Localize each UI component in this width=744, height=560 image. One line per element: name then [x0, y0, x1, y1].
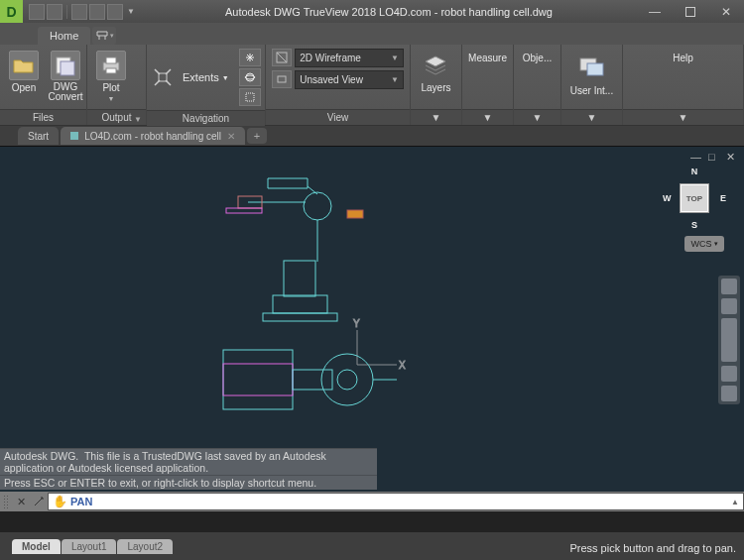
- object-label[interactable]: Obje...: [523, 53, 552, 63]
- svg-rect-12: [278, 76, 286, 82]
- tab-document[interactable]: LO4D.com - robot handling cell ✕: [61, 127, 245, 145]
- folder-open-icon: [9, 51, 39, 80]
- open-button[interactable]: Open: [6, 49, 42, 95]
- navbar-orbit-icon[interactable]: [721, 366, 737, 382]
- qat-plot-icon[interactable]: [71, 4, 87, 20]
- svg-rect-2: [61, 61, 74, 75]
- svg-rect-26: [223, 350, 293, 409]
- panel-output: Plot ▼ Output▼: [87, 45, 147, 125]
- tab-model[interactable]: Model: [12, 539, 61, 554]
- layout-tabs: Model Layout1 Layout2: [12, 539, 174, 554]
- user-interface-icon: [579, 57, 605, 79]
- panel-navigation: Extents▼ Navigation: [147, 45, 266, 125]
- tab-layout1[interactable]: Layout1: [62, 539, 117, 554]
- extents-button[interactable]: Extents▼: [179, 69, 233, 85]
- panel-object: Obje... ▼: [514, 45, 561, 125]
- app-logo[interactable]: D: [0, 0, 23, 23]
- qat-save-icon[interactable]: [47, 4, 62, 20]
- tab-layout2[interactable]: Layout2: [117, 539, 173, 554]
- tab-plugin-icon[interactable]: ▾: [92, 27, 116, 45]
- named-view-icon[interactable]: [272, 70, 292, 88]
- title-bar: D ▼ Autodesk DWG TrueView 2018 LO4D.com …: [0, 0, 744, 23]
- named-view-combo[interactable]: Unsaved View▼: [295, 70, 404, 89]
- svg-point-18: [304, 192, 331, 220]
- panel-title-help[interactable]: ▼: [623, 109, 743, 125]
- close-button[interactable]: ✕: [708, 0, 744, 23]
- panel-title-view: View: [266, 109, 410, 125]
- status-message: Press pick button and drag to pan.: [569, 542, 736, 560]
- viewport-window-controls: — □ ✕: [690, 151, 738, 161]
- orbit-icon[interactable]: [239, 68, 261, 86]
- wcs-button[interactable]: WCS▾: [684, 236, 724, 252]
- panel-title-layers[interactable]: ▼: [411, 109, 461, 125]
- layers-button[interactable]: Layers: [418, 49, 453, 95]
- navbar-showmotion-icon[interactable]: [721, 386, 737, 401]
- maximize-button[interactable]: [673, 0, 708, 23]
- svg-rect-16: [263, 313, 337, 321]
- visual-style-combo[interactable]: 2D Wireframe▼: [295, 49, 404, 67]
- dwg-convert-button[interactable]: DWG Convert: [48, 49, 83, 104]
- panel-measure: Measure ▼: [462, 45, 514, 125]
- svg-text:Y: Y: [353, 318, 360, 329]
- panel-dropdown-icon[interactable]: ▼: [134, 112, 142, 128]
- qat-dropdown-icon[interactable]: ▼: [127, 7, 135, 16]
- viewport-minimize-icon[interactable]: —: [690, 151, 702, 161]
- plot-label: Plot: [102, 82, 119, 93]
- command-history: Autodesk DWG. This file is a TrustedDWG …: [0, 448, 377, 490]
- svg-point-7: [246, 73, 254, 81]
- grip-icon[interactable]: [3, 495, 9, 508]
- document-tabs: Start LO4D.com - robot handling cell ✕ +: [0, 126, 744, 146]
- drawing-robot-elevation: [218, 167, 377, 325]
- compass-w: W: [663, 193, 672, 203]
- ribbon: Open DWG Convert Files Plot ▼ Output▼ Ex…: [0, 45, 744, 126]
- status-bar: Model Layout1 Layout2 Press pick button …: [0, 531, 744, 560]
- measure-label[interactable]: Measure: [468, 53, 507, 63]
- command-input[interactable]: ✋ PAN ▲: [48, 493, 744, 510]
- navbar-zoom-slider[interactable]: [721, 318, 737, 362]
- visual-style-icon[interactable]: [272, 49, 292, 66]
- panel-view: 2D Wireframe▼ Unsaved View▼ View: [266, 45, 411, 125]
- tab-start[interactable]: Start: [18, 127, 59, 145]
- viewport-close-icon[interactable]: ✕: [726, 151, 738, 161]
- window-title: Autodesk DWG TrueView 2018 LO4D.com - ro…: [141, 6, 637, 18]
- command-settings-icon[interactable]: [30, 494, 48, 509]
- qat-open-icon[interactable]: [29, 4, 45, 20]
- printer-icon: [96, 51, 126, 80]
- compass-n: N: [691, 167, 698, 176]
- dwg-file-icon: [70, 132, 78, 140]
- new-tab-button[interactable]: +: [247, 128, 267, 144]
- panel-title-ui[interactable]: ▼: [561, 109, 622, 125]
- command-close-icon[interactable]: ✕: [12, 494, 30, 509]
- qat-undo-icon[interactable]: [89, 4, 105, 20]
- compass-s: S: [691, 220, 697, 230]
- drawing-viewport[interactable]: — □ ✕ N S E W TOP WCS▾: [0, 146, 744, 511]
- panel-title-object[interactable]: ▼: [514, 109, 560, 125]
- svg-rect-30: [293, 370, 332, 390]
- tab-home[interactable]: Home: [38, 27, 90, 45]
- panel-title-measure[interactable]: ▼: [462, 109, 513, 125]
- user-interface-label[interactable]: User Int...: [570, 85, 613, 96]
- ribbon-tab-row: Home ▾: [0, 23, 744, 45]
- panel-layers: Layers ▼: [411, 45, 462, 125]
- view-cube[interactable]: N S E W TOP: [665, 168, 724, 228]
- command-text: PAN: [70, 496, 92, 507]
- svg-rect-14: [587, 63, 603, 75]
- navigation-bar: [718, 276, 740, 404]
- layers-label: Layers: [421, 82, 450, 93]
- minimize-button[interactable]: —: [637, 0, 673, 23]
- qat-redo-icon[interactable]: [107, 4, 123, 20]
- tab-close-icon[interactable]: ✕: [227, 131, 235, 142]
- navbar-wheel-icon[interactable]: [721, 279, 737, 294]
- window-controls: — ✕: [637, 0, 744, 23]
- command-dropdown-icon[interactable]: ▲: [731, 498, 739, 506]
- svg-point-28: [321, 354, 373, 405]
- svg-rect-27: [223, 364, 293, 395]
- plot-button[interactable]: Plot ▼: [93, 49, 129, 104]
- navbar-pan-icon[interactable]: [721, 298, 737, 314]
- dwg-convert-label: DWG Convert: [49, 82, 83, 102]
- help-label[interactable]: Help: [673, 53, 693, 63]
- zoom-window-icon[interactable]: [239, 88, 261, 106]
- viewport-maximize-icon[interactable]: □: [708, 151, 720, 161]
- pan-icon[interactable]: [239, 49, 261, 66]
- quick-access-toolbar: ▼: [23, 4, 141, 20]
